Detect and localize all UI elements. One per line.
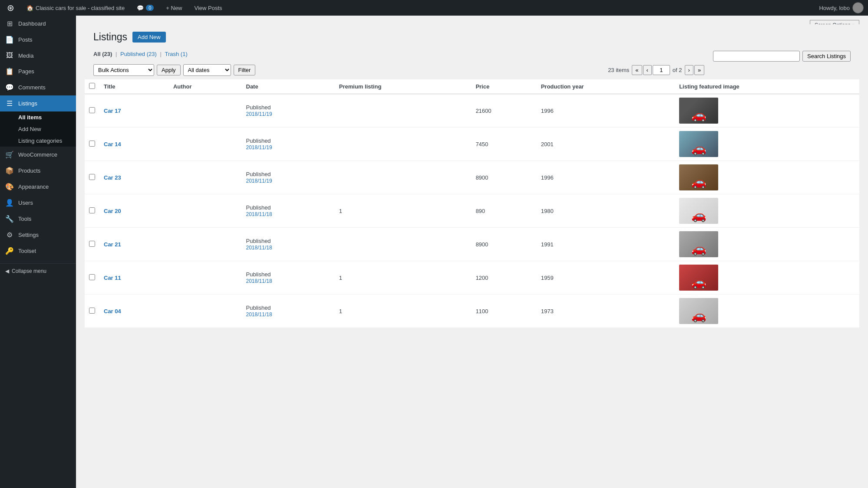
site-home-icon: 🏠 (26, 5, 33, 11)
col-production-year[interactable]: Production year (537, 79, 675, 94)
sidebar-item-woocommerce[interactable]: 🛒 WooCommerce (0, 147, 76, 163)
sidebar-item-tools[interactable]: 🔧 Tools (0, 211, 76, 227)
table-row: Car 11 Published 2018/11/18 1 1200 1959 … (85, 261, 859, 295)
admin-sidebar: ⊞ Dashboard 📄 Posts 🖼 Media 📋 Pages 💬 Co… (0, 16, 76, 488)
sidebar-item-dashboard[interactable]: ⊞ Dashboard (0, 16, 76, 32)
collapse-label: Collapse menu (12, 268, 46, 274)
row-status: Published (246, 238, 271, 244)
pages-icon: 📋 (5, 67, 14, 75)
last-page-button[interactable]: » (694, 65, 704, 75)
col-date[interactable]: Date (242, 79, 335, 94)
filter-all-link[interactable]: All (23) (93, 51, 114, 57)
date-filter-select[interactable]: All dates (183, 64, 231, 76)
sidebar-item-settings[interactable]: ⚙ Settings (0, 227, 76, 243)
user-menu[interactable]: Howdy, lobo (819, 2, 864, 13)
submenu-add-new[interactable]: Add New (0, 123, 76, 135)
collapse-menu-button[interactable]: ◀ Collapse menu (0, 263, 76, 278)
row-price: 21600 (471, 94, 536, 128)
row-featured-image: 🚗 (675, 94, 859, 128)
row-author (169, 295, 242, 328)
car-thumbnail: 🚗 (679, 198, 718, 224)
comments-link[interactable]: 💬 0 (134, 0, 156, 16)
tools-icon: 🔧 (5, 215, 14, 223)
row-date: Published 2018/11/18 (242, 295, 335, 328)
row-title[interactable]: Car 23 (104, 174, 121, 181)
row-author (169, 194, 242, 228)
row-featured-image: 🚗 (675, 128, 859, 161)
sidebar-item-toolset[interactable]: 🔑 Toolset (0, 243, 76, 259)
sidebar-item-pages[interactable]: 📋 Pages (0, 63, 76, 79)
sidebar-item-users[interactable]: 👤 Users (0, 195, 76, 211)
view-posts-link[interactable]: View Posts (192, 0, 225, 16)
listings-table: Title Author Date Premium listing Price … (85, 79, 859, 328)
site-name-link[interactable]: 🏠 Classic cars for sale - classified sit… (24, 0, 127, 16)
car-silhouette-icon: 🚗 (691, 109, 706, 121)
col-price[interactable]: Price (471, 79, 536, 94)
submenu-listing-categories[interactable]: Listing categories (0, 135, 76, 147)
row-status: Published (246, 271, 271, 278)
filter-published-link[interactable]: Published (23) (120, 51, 158, 57)
row-checkbox[interactable] (89, 207, 95, 213)
row-date-link[interactable]: 2018/11/19 (246, 144, 272, 151)
row-production-year: 1980 (537, 194, 675, 228)
row-title[interactable]: Car 04 (104, 308, 121, 314)
bulk-actions-select[interactable]: Bulk Actions (93, 64, 154, 76)
next-page-button[interactable]: › (685, 65, 693, 75)
row-date-link[interactable]: 2018/11/18 (246, 211, 272, 217)
row-date-link[interactable]: 2018/11/18 (246, 245, 272, 251)
col-title[interactable]: Title (99, 79, 169, 94)
row-premium (335, 161, 472, 194)
row-title[interactable]: Car 20 (104, 208, 121, 214)
row-checkbox[interactable] (89, 308, 95, 314)
car-thumbnail: 🚗 (679, 131, 718, 157)
first-page-button[interactable]: « (632, 65, 642, 75)
row-checkbox[interactable] (89, 174, 95, 180)
row-title[interactable]: Car 21 (104, 241, 121, 248)
row-price: 890 (471, 194, 536, 228)
submenu-all-items[interactable]: All items (0, 111, 76, 123)
search-listings-button[interactable]: Search Listings (802, 51, 851, 62)
table-row: Car 21 Published 2018/11/18 8900 1991 🚗 (85, 228, 859, 261)
row-checkbox[interactable] (89, 141, 95, 147)
apply-button[interactable]: Apply (157, 65, 181, 75)
row-date-link[interactable]: 2018/11/18 (246, 311, 272, 318)
row-title[interactable]: Car 14 (104, 141, 121, 147)
comments-sidebar-icon: 💬 (5, 83, 14, 92)
sidebar-item-appearance[interactable]: 🎨 Appearance (0, 179, 76, 195)
sidebar-item-appearance-label: Appearance (18, 183, 49, 190)
select-all-checkbox[interactable] (89, 83, 95, 89)
row-price: 7450 (471, 128, 536, 161)
current-page-input[interactable] (653, 65, 670, 75)
filter-trash-link[interactable]: Trash (1) (165, 51, 187, 57)
sidebar-item-comments[interactable]: 💬 Comments (0, 79, 76, 95)
row-date-link[interactable]: 2018/11/19 (246, 111, 272, 117)
row-date: Published 2018/11/18 (242, 194, 335, 228)
sidebar-item-media[interactable]: 🖼 Media (0, 48, 76, 63)
row-date-link[interactable]: 2018/11/19 (246, 178, 272, 184)
sidebar-item-products[interactable]: 📦 Products (0, 163, 76, 179)
row-title[interactable]: Car 11 (104, 275, 121, 281)
filter-button[interactable]: Filter (234, 65, 256, 75)
wp-logo-link[interactable]: ⊛ (4, 0, 17, 16)
collapse-icon: ◀ (5, 268, 9, 274)
search-input[interactable] (713, 51, 800, 62)
row-production-year: 2001 (537, 128, 675, 161)
row-author (169, 161, 242, 194)
new-content-link[interactable]: + New (163, 0, 185, 16)
sidebar-item-listings[interactable]: ☰ Listings (0, 95, 76, 111)
sidebar-item-posts-label: Posts (18, 36, 33, 43)
status-filter-links: All (23) | Published (23) | Trash (1) Se… (85, 48, 859, 61)
add-new-button[interactable]: Add New (132, 32, 166, 43)
prev-page-button[interactable]: ‹ (643, 65, 652, 75)
row-price: 8900 (471, 228, 536, 261)
row-date-link[interactable]: 2018/11/18 (246, 278, 272, 284)
row-title[interactable]: Car 17 (104, 108, 121, 114)
row-checkbox[interactable] (89, 241, 95, 247)
row-price: 1200 (471, 261, 536, 295)
sidebar-item-posts[interactable]: 📄 Posts (0, 32, 76, 48)
filter-published-count: (23) (147, 51, 157, 57)
row-date: Published 2018/11/19 (242, 161, 335, 194)
row-checkbox[interactable] (89, 107, 95, 113)
row-checkbox[interactable] (89, 274, 95, 280)
row-author (169, 261, 242, 295)
